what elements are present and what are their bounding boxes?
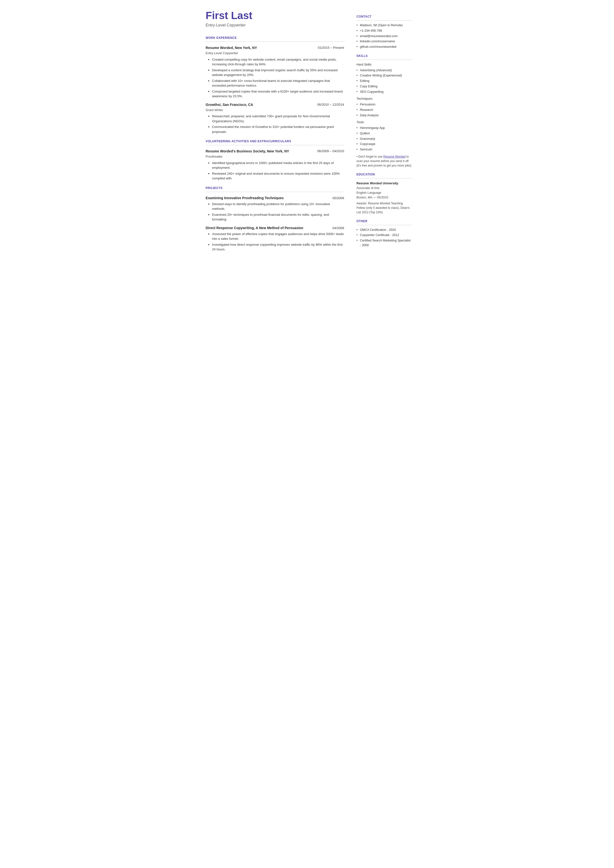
job-2: Growthsi, San Francisco, CA 06/2010 – 12… (206, 102, 344, 134)
skill-item: Creative Writing (Experienced) (357, 73, 412, 78)
job-2-bullets: Researched, prepared, and submitted 730+… (206, 114, 344, 134)
left-column: First Last Entry-Level Copywriter WORK E… (196, 0, 352, 272)
volunteer-1-bullets: Identified typographical errors in 1000+… (206, 161, 344, 181)
volunteer-1-header: Resume Worded's Business Society, New Yo… (206, 149, 344, 154)
projects-title: PROJECTS (206, 186, 344, 190)
skill-item: Data Analysis (357, 113, 412, 118)
work-experience-section: WORK EXPERIENCE Resume Worded, New York,… (206, 36, 344, 134)
bullet-item: Identified typographical errors in 1000+… (208, 161, 344, 170)
project-1-date: 05/2009 (333, 196, 344, 201)
right-column: CONTACT Madison, WI (Open to Remote) +1-… (352, 0, 419, 272)
job-1-bullets: Created compelling copy for website cont… (206, 57, 344, 99)
techniques-label: Techniques: (357, 96, 412, 101)
project-2-header: Direct Response Copywriting, A New Metho… (206, 225, 344, 231)
education-title: EDUCATION (357, 172, 412, 177)
hard-skills-label: Hard Skills: (357, 62, 412, 67)
volunteer-1-date: 06/2009 – 04/2010 (317, 149, 344, 154)
bullet-item: Collaborated with 10+ cross-functional t… (208, 78, 344, 88)
volunteering-divider (206, 145, 344, 145)
other-item: OMCA Certification - 2020 (357, 228, 412, 232)
project-1-title: Examining Innovative Proofreading Techni… (206, 196, 284, 201)
job-2-role: Grant Writer (206, 108, 344, 113)
project-2: Direct Response Copywriting, A New Metho… (206, 225, 344, 252)
project-2-date: 04/2009 (333, 226, 344, 231)
skill-item: Copycaspe (357, 142, 412, 146)
hard-skills-list: Advertising (Advanced) Creative Writing … (357, 68, 412, 94)
bullet-item: Examined 20+ techniques to proofread fin… (208, 212, 344, 222)
contact-item: email@resumeworded.com (357, 34, 412, 39)
education-divider (357, 178, 412, 179)
education-section: EDUCATION Resume Worded University Assoc… (357, 172, 412, 214)
other-list: OMCA Certification - 2020 Copywriter Cer… (357, 228, 412, 248)
edu-degree: Associate of Arts (357, 186, 412, 191)
volunteer-1-org: Resume Worded's Business Society, New Yo… (206, 149, 289, 154)
bullet-item: Composed targeted copies that resonate w… (208, 89, 344, 99)
edu-location-date: Boston, MA — 05/2010 (357, 195, 412, 200)
other-item: Copywriter Certificate - 2012 (357, 233, 412, 238)
volunteer-1: Resume Worded's Business Society, New Yo… (206, 149, 344, 181)
bullet-item: Devised ways to identify proofreading pr… (208, 202, 344, 211)
volunteering-section: VOLUNTEERING ACTIVITIES AND EXTRACURRICU… (206, 139, 344, 181)
skill-item: Advertising (Advanced) (357, 68, 412, 73)
techniques-list: Persuasion Research Data Analysis (357, 102, 412, 118)
job-1-header: Resume Worded, New York, NY 01/2015 – Pr… (206, 45, 344, 50)
bullet-item: Reviewed 240+ original and revised docum… (208, 171, 344, 181)
other-section: OTHER OMCA Certification - 2020 Copywrit… (357, 219, 412, 248)
contact-section: CONTACT Madison, WI (Open to Remote) +1-… (357, 14, 412, 49)
skill-item: SEO Copywriting (357, 90, 412, 94)
resume-page: First Last Entry-Level Copywriter WORK E… (196, 0, 419, 272)
edu-awards: Awards: Resume Worded Teaching Fellow (o… (357, 201, 412, 214)
skills-title: SKILLS (357, 54, 412, 58)
skill-item: Hemmingway App (357, 126, 412, 130)
other-item: Certified Search Marketing Specialist - … (357, 238, 412, 248)
contact-list: Madison, WI (Open to Remote) +1-234-456-… (357, 23, 412, 49)
job-2-org: Growthsi, San Francisco, CA (206, 102, 253, 107)
tools-label: Tools: (357, 120, 412, 125)
edu-field: English Language (357, 191, 412, 195)
project-1-header: Examining Innovative Proofreading Techni… (206, 196, 344, 201)
skill-item: Persuasion (357, 102, 412, 107)
bullet-item: Communicated the mission of Growthsi to … (208, 124, 344, 134)
skill-item: Copy Editing (357, 84, 412, 89)
skill-item: Quilbot (357, 131, 412, 136)
project-2-title: Direct Response Copywriting, A New Metho… (206, 225, 304, 231)
skills-section: SKILLS Hard Skills: Advertising (Advance… (357, 54, 412, 168)
bullet-item: Created compelling copy for website cont… (208, 57, 344, 67)
volunteering-title: VOLUNTEERING ACTIVITIES AND EXTRACURRICU… (206, 139, 344, 143)
job-1-role: Entry-Level Copywriter (206, 51, 344, 56)
skill-item: Editing (357, 79, 412, 83)
name: First Last (206, 10, 344, 21)
project-1-bullets: Devised ways to identify proofreading pr… (206, 202, 344, 222)
contact-item: github.com/resumeworded (357, 45, 412, 49)
resume-worded-link[interactable]: Resume Worded (383, 155, 406, 158)
project-1: Examining Innovative Proofreading Techni… (206, 196, 344, 222)
subtitle: Entry-Level Copywriter (206, 22, 344, 28)
projects-section: PROJECTS Examining Innovative Proofreadi… (206, 186, 344, 252)
work-divider (206, 42, 344, 42)
contact-item: +1-234-456-789 (357, 28, 412, 33)
promo-text: • Don't forget to use Resume Worded to s… (357, 154, 412, 168)
edu-org: Resume Worded University (357, 181, 412, 186)
skill-item: Semrush (357, 147, 412, 152)
job-1-date: 01/2015 – Present (318, 45, 344, 50)
contact-title: CONTACT (357, 14, 412, 19)
contact-item: linkedin.com/in/username (357, 39, 412, 44)
job-1: Resume Worded, New York, NY 01/2015 – Pr… (206, 45, 344, 99)
job-2-date: 06/2010 – 12/2014 (317, 102, 344, 107)
job-2-header: Growthsi, San Francisco, CA 06/2010 – 12… (206, 102, 344, 107)
work-experience-title: WORK EXPERIENCE (206, 36, 344, 40)
bullet-item: Researched, prepared, and submitted 730+… (208, 114, 344, 123)
tools-list: Hemmingway App Quilbot Grammarly Copycas… (357, 126, 412, 152)
skill-item: Research (357, 108, 412, 112)
projects-divider (206, 192, 344, 192)
contact-item: Madison, WI (Open to Remote) (357, 23, 412, 28)
volunteer-1-role: Proofreader (206, 154, 344, 159)
job-1-org: Resume Worded, New York, NY (206, 45, 257, 50)
education-entry: Resume Worded University Associate of Ar… (357, 181, 412, 214)
bullet-item: Developed a content strategy that improv… (208, 68, 344, 78)
other-title: OTHER (357, 219, 412, 224)
skill-item: Grammarly (357, 137, 412, 141)
bullet-item: Assessed the power of effective copies t… (208, 231, 344, 241)
bullet-item: Investigated how direct response copywri… (208, 242, 344, 252)
project-2-bullets: Assessed the power of effective copies t… (206, 231, 344, 252)
